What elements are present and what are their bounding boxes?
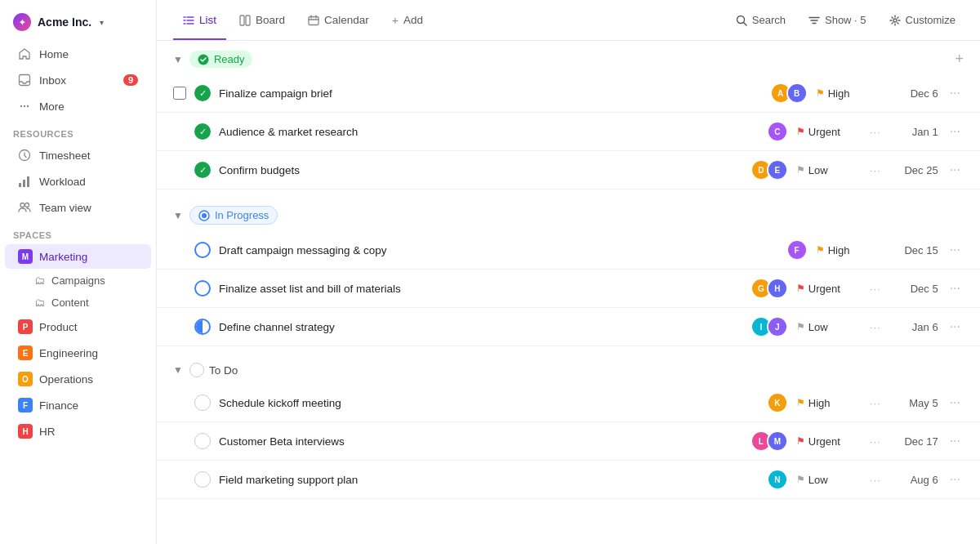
finance-dot: F: [18, 398, 33, 412]
sidebar-item-teamview-label: Team view: [39, 202, 91, 214]
sidebar-item-hr[interactable]: H HR: [5, 419, 151, 444]
status-todo-icon[interactable]: [194, 471, 211, 488]
dots-icon: ···: [870, 321, 881, 333]
search-icon: [736, 15, 747, 26]
task-name: Audience & market research: [219, 126, 759, 138]
tab-add[interactable]: + Add: [382, 7, 433, 33]
priority-label: High: [828, 87, 850, 100]
task-name: Schedule kickoff meeting: [219, 397, 759, 409]
folder-icon-2: 🗂: [34, 297, 45, 309]
product-dot: P: [18, 319, 33, 334]
sidebar-item-finance-label: Finance: [39, 399, 78, 412]
sidebar-item-workload[interactable]: Workload: [5, 169, 151, 194]
task-more-button[interactable]: ···: [947, 319, 964, 334]
priority-badge: ⚑ High: [816, 244, 881, 256]
svg-point-14: [893, 19, 897, 22]
sidebar-item-inbox-label: Inbox: [39, 74, 66, 87]
task-more-button[interactable]: ···: [947, 395, 964, 410]
flag-icon: ⚑: [816, 244, 825, 256]
svg-point-8: [20, 203, 24, 207]
spaces-label: Spaces: [0, 221, 156, 243]
tab-board[interactable]: Board: [229, 7, 295, 33]
section-ready-add[interactable]: +: [955, 51, 964, 68]
sidebar-item-home[interactable]: Home: [5, 42, 151, 66]
svg-rect-12: [309, 16, 318, 25]
status-done-icon[interactable]: ✓: [194, 85, 211, 101]
task-more-button[interactable]: ···: [947, 86, 964, 100]
svg-rect-6: [23, 180, 25, 187]
sidebar-item-timesheet-label: Timesheet: [39, 149, 91, 162]
svg-point-1: [20, 105, 22, 107]
task-name: Finalize campaign brief: [219, 87, 762, 100]
sidebar-item-engineering[interactable]: E Engineering: [5, 341, 151, 365]
task-avatars: L M: [751, 430, 788, 452]
customize-label: Customize: [906, 14, 956, 26]
task-name: Finalize asset list and bill of material…: [219, 283, 742, 295]
sidebar-item-teamview[interactable]: Team view: [5, 195, 151, 220]
sidebar-item-operations[interactable]: O Operations: [5, 367, 151, 391]
svg-rect-5: [19, 183, 21, 187]
status-todo-icon[interactable]: [194, 433, 211, 449]
task-more-button[interactable]: ···: [947, 243, 964, 257]
sidebar-item-marketing[interactable]: M Marketing: [5, 244, 151, 269]
priority-badge: ⚑ Low: [796, 474, 862, 486]
sidebar-item-inbox[interactable]: Inbox 9: [5, 68, 151, 92]
flag-icon: ⚑: [796, 126, 805, 137]
section-todo-header[interactable]: ▼ To Do: [157, 353, 980, 384]
status-done-icon[interactable]: ✓: [194, 123, 211, 140]
task-name: Field marketing support plan: [219, 474, 759, 486]
customize-button[interactable]: Customize: [881, 9, 964, 31]
task-name: Define channel strategy: [219, 321, 742, 333]
section-inprogress-header[interactable]: ▼ In Progress: [157, 196, 980, 231]
task-list-content: ▼ Ready + ✓ Finalize campaign brief A B …: [157, 41, 980, 544]
task-more-button[interactable]: ···: [947, 434, 964, 448]
sidebar-item-product[interactable]: P Product: [5, 314, 151, 339]
team-icon: [18, 201, 31, 214]
task-avatars: D E: [751, 159, 788, 181]
folder-icon: 🗂: [34, 274, 45, 287]
status-done-icon[interactable]: ✓: [194, 162, 211, 178]
sidebar-item-more[interactable]: More: [5, 94, 151, 118]
tab-calendar-label: Calendar: [324, 14, 369, 26]
task-date: Dec 5: [889, 283, 938, 295]
ready-badge: Ready: [189, 51, 253, 68]
task-date: Jan 6: [889, 321, 938, 333]
svg-point-2: [24, 105, 25, 107]
section-ready-header[interactable]: ▼ Ready +: [157, 41, 980, 74]
clock-icon: [18, 149, 31, 162]
status-todo-icon[interactable]: [194, 395, 211, 411]
tab-add-label: Add: [403, 14, 423, 26]
task-avatars: K: [767, 392, 788, 413]
avatar: C: [767, 121, 788, 142]
workload-icon: [18, 175, 31, 188]
search-button[interactable]: Search: [728, 9, 794, 31]
task-date: Aug 6: [889, 474, 938, 486]
tab-list[interactable]: List: [173, 7, 226, 33]
status-inprogress-icon[interactable]: [194, 280, 211, 297]
task-more-button[interactable]: ···: [947, 281, 964, 296]
status-inprogress-half-icon[interactable]: [194, 319, 211, 335]
priority-label: Urgent: [808, 283, 840, 295]
task-name: Draft campaign messaging & copy: [219, 244, 778, 256]
table-row: ✓ Confirm budgets D E ⚑ Low ··· Dec 25 ·…: [157, 151, 980, 190]
search-label: Search: [752, 14, 786, 26]
flag-icon: ⚑: [796, 283, 805, 294]
dots-icon: ···: [870, 283, 881, 295]
task-more-button[interactable]: ···: [947, 163, 964, 177]
app-logo[interactable]: ✦ Acme Inc. ▾: [0, 10, 156, 41]
tab-calendar[interactable]: Calendar: [298, 7, 379, 33]
task-checkbox[interactable]: [173, 87, 186, 100]
sidebar-item-finance[interactable]: F Finance: [5, 393, 151, 417]
status-inprogress-icon[interactable]: [194, 242, 211, 258]
sidebar-item-campaigns[interactable]: 🗂 Campaigns: [5, 270, 151, 291]
flag-icon: ⚑: [816, 87, 825, 99]
show-button[interactable]: Show · 5: [800, 9, 875, 31]
task-more-button[interactable]: ···: [947, 472, 964, 487]
sidebar-item-timesheet[interactable]: Timesheet: [5, 143, 151, 167]
calendar-icon: [308, 15, 319, 26]
resources-label: Resources: [0, 119, 156, 142]
sidebar-item-content[interactable]: 🗂 Content: [5, 292, 151, 313]
task-more-button[interactable]: ···: [947, 124, 964, 139]
avatar: M: [767, 430, 788, 452]
topbar: List Board Calendar + Add: [157, 0, 980, 41]
